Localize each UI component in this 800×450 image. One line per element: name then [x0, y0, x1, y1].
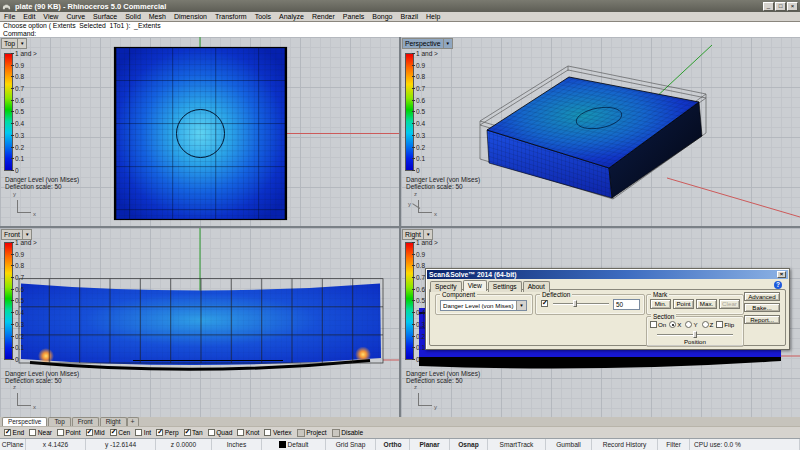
deflection-checkbox[interactable]	[541, 300, 548, 307]
position-slider[interactable]	[657, 331, 733, 338]
dialog-tab[interactable]: Settings	[488, 281, 522, 292]
menu-item[interactable]: Solid	[121, 13, 145, 20]
help-icon[interactable]	[774, 281, 782, 289]
deflected-bottom-band	[419, 357, 781, 369]
menu-item[interactable]: File	[0, 13, 19, 20]
viewport-front[interactable]: Front 1 and >0.90.80.70.60.50.40.30.20.1…	[0, 228, 399, 417]
menu-item[interactable]: Analyze	[275, 13, 308, 20]
statusbar-cell[interactable]: Record History	[592, 439, 658, 450]
slider-thumb[interactable]	[573, 300, 577, 307]
deflection-slider[interactable]	[553, 300, 609, 307]
osnap-toggle[interactable]: Tan	[184, 429, 203, 436]
deflection-value-input[interactable]: 50	[613, 299, 640, 310]
section-axis-radio[interactable]: X	[669, 321, 681, 328]
maximize-button[interactable]	[775, 2, 786, 11]
viewport-menu-arrow-icon[interactable]	[423, 230, 430, 239]
osnap-toggle[interactable]: Cen	[110, 429, 131, 436]
viewport-tab[interactable]: Right	[100, 417, 127, 426]
dialog-tab[interactable]: View	[463, 280, 487, 291]
statusbar-cell[interactable]: Planar	[410, 439, 450, 450]
viewport-tab[interactable]: Front	[72, 417, 99, 426]
close-button[interactable]	[787, 2, 798, 11]
section-group-label: Section	[651, 313, 676, 320]
dialog-view-panel: Component Danger Level (von Mises) Defle…	[429, 289, 786, 346]
statusbar-cell[interactable]: Filter	[658, 439, 690, 450]
osnap-toggle[interactable]: Knot	[237, 429, 259, 436]
osnap-toggle[interactable]: Vertex	[264, 429, 291, 436]
statusbar-cell[interactable]: SmartTrack	[488, 439, 546, 450]
menu-item[interactable]: Help	[422, 13, 444, 20]
mark-button[interactable]: Point	[673, 299, 694, 309]
viewport-menu-arrow-icon[interactable]	[443, 39, 450, 48]
viewport-label-right[interactable]: Right	[402, 229, 433, 240]
statusbar-cell[interactable]: CPlane	[0, 439, 26, 450]
section-on-checkbox[interactable]: On	[650, 321, 666, 328]
menu-item[interactable]: Dimension	[170, 13, 211, 20]
legend-tick-label: 1 and >	[11, 50, 37, 57]
viewport-menu-arrow-icon[interactable]	[17, 39, 24, 48]
menu-item[interactable]: Edit	[19, 13, 39, 20]
osnap-bar: End Near Point Mid Cen	[0, 426, 800, 438]
statusbar-cell[interactable]: Default	[262, 439, 326, 450]
legend-tick-label: 0.9	[11, 251, 37, 258]
statusbar-cell[interactable]: Grid Snap	[326, 439, 376, 450]
menu-item[interactable]: Transform	[211, 13, 251, 20]
osnap-toggle[interactable]: Point	[57, 429, 81, 436]
statusbar-cell: CPU use: 0.0 %	[690, 439, 800, 450]
danger-legend: 1 and >0.90.80.70.60.50.40.30.20.10	[4, 53, 37, 174]
chevron-down-icon[interactable]	[516, 301, 526, 310]
checkbox-icon	[29, 429, 36, 436]
osnap-toggle[interactable]: Near	[29, 429, 52, 436]
menu-item[interactable]: Surface	[89, 13, 121, 20]
mark-button[interactable]: Min.	[650, 299, 671, 309]
viewport-tab[interactable]: Perspective	[2, 417, 47, 426]
legend-tick-label: 0.2	[412, 144, 438, 151]
section-axis-radio[interactable]: Z	[702, 321, 714, 328]
titlebar: plate (90 KB) - Rhinoceros 5.0 Commercia…	[0, 0, 800, 12]
osnap-toggle[interactable]: End	[4, 429, 24, 436]
dialog-tab[interactable]: Specify	[430, 281, 462, 292]
dialog-side-button[interactable]: Bake...	[744, 303, 780, 312]
menu-item[interactable]: Tools	[251, 13, 275, 20]
menu-item[interactable]: Curve	[62, 13, 89, 20]
menu-item[interactable]: Mesh	[145, 13, 170, 20]
osnap-toggle[interactable]: Mid	[86, 429, 105, 436]
new-viewport-tab[interactable]	[127, 417, 139, 426]
menu-item[interactable]: Panels	[339, 13, 368, 20]
viewport-menu-arrow-icon[interactable]	[22, 230, 29, 239]
legend-tick-label: 0.5	[11, 108, 37, 115]
viewport-tab[interactable]: Top	[48, 417, 70, 426]
osnap-toggle[interactable]: Int	[135, 429, 151, 436]
osnap-toggle[interactable]: Perp	[156, 429, 178, 436]
component-dropdown[interactable]: Danger Level (von Mises)	[440, 300, 527, 311]
danger-legend: 1 and >0.90.80.70.60.50.40.30.20.10	[4, 242, 37, 363]
dialog-side-button[interactable]: Advanced	[744, 292, 780, 301]
menu-item[interactable]: Brazil	[397, 13, 423, 20]
dialog-titlebar[interactable]: Scan&Solve™ 2014 (64-bit)	[427, 270, 788, 279]
viewport-perspective[interactable]: Perspective 1 and >0.90.80.70.60.50.40.3…	[401, 37, 800, 226]
section-axis-radio[interactable]: Y	[685, 321, 697, 328]
statusbar-cell[interactable]: Gumball	[546, 439, 592, 450]
menu-item[interactable]: View	[39, 13, 62, 20]
statusbar-cell[interactable]: Osnap	[450, 439, 488, 450]
mark-button[interactable]: Clear	[719, 299, 740, 309]
osnap-toggle[interactable]: Disable	[332, 429, 364, 437]
osnap-toggle[interactable]: Quad	[208, 429, 233, 436]
osnap-toggle[interactable]: Project	[297, 429, 327, 437]
mark-button[interactable]: Max.	[696, 299, 717, 309]
section-flip-checkbox[interactable]: Flip	[716, 321, 734, 328]
viewport-label-top[interactable]: Top	[1, 38, 27, 49]
minimize-button[interactable]	[763, 2, 774, 11]
viewport-label-front[interactable]: Front	[1, 229, 32, 240]
dialog-tab[interactable]: About	[523, 281, 550, 292]
dialog-side-button[interactable]: Report...	[744, 315, 780, 324]
viewport-label-perspective[interactable]: Perspective	[402, 38, 453, 49]
dialog-close-button[interactable]	[777, 271, 786, 278]
viewport-top[interactable]: Top 1 and >0.90.80.70.60.50.40.30.20.10 …	[0, 37, 399, 226]
menu-item[interactable]: Bongo	[368, 13, 396, 20]
menu-item[interactable]: Render	[308, 13, 339, 20]
cplane-axis-icon: z x	[9, 387, 37, 411]
statusbar-cell[interactable]: Ortho	[376, 439, 410, 450]
slider-thumb[interactable]	[693, 331, 697, 338]
statusbar-cell[interactable]: Inches	[212, 439, 262, 450]
